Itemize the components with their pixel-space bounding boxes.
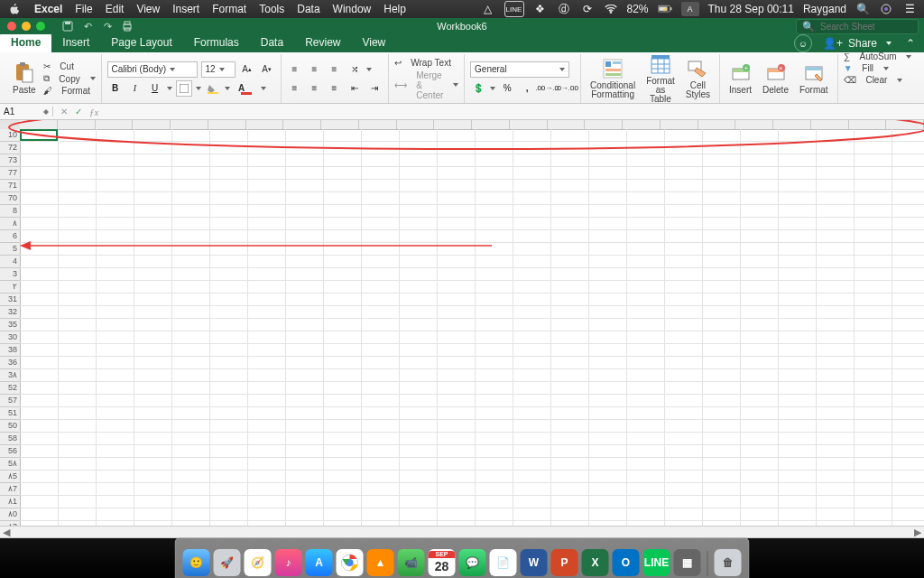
font-name-dropdown[interactable]: Calibri (Body) xyxy=(107,61,198,78)
dock-line[interactable]: LINE xyxy=(643,549,670,576)
dock-powerpoint[interactable]: P xyxy=(551,549,578,576)
sort-filter-button[interactable]: AZSort & Filter xyxy=(919,51,924,106)
lang-icon[interactable]: A xyxy=(681,2,699,16)
wifi-icon[interactable] xyxy=(604,2,618,16)
menu-edit[interactable]: Edit xyxy=(106,3,125,15)
dock-chrome[interactable] xyxy=(337,549,364,576)
menu-format[interactable]: Format xyxy=(212,3,246,15)
underline-button[interactable]: U xyxy=(147,80,163,97)
name-box[interactable]: A1 xyxy=(0,107,53,117)
border-button[interactable] xyxy=(176,80,192,97)
menu-data[interactable]: Data xyxy=(297,3,319,15)
window-zoom[interactable] xyxy=(36,22,45,31)
cell-styles-button[interactable]: Cell Styles xyxy=(682,56,714,101)
menu-window[interactable]: Window xyxy=(333,3,372,15)
insert-cells-button[interactable]: +Insert xyxy=(725,61,755,97)
tab-data[interactable]: Data xyxy=(250,33,294,52)
dock-calendar[interactable]: SEP28 xyxy=(429,549,456,576)
align-bottom-button[interactable]: ≡ xyxy=(327,61,343,78)
increase-decimal-button[interactable]: .00→.0 xyxy=(539,80,555,97)
menu-insert[interactable]: Insert xyxy=(172,3,199,15)
search-sheet-box[interactable]: 🔍 xyxy=(796,19,919,34)
paste-button[interactable]: Paste xyxy=(9,61,40,97)
dock-outlook[interactable]: O xyxy=(613,549,640,576)
tab-home[interactable]: Home xyxy=(0,33,51,52)
menu-view[interactable]: View xyxy=(136,3,160,15)
menu-help[interactable]: Help xyxy=(383,3,406,15)
dock-safari[interactable]: 🧭 xyxy=(245,549,272,576)
orientation-button[interactable]: ⤭ xyxy=(346,61,363,78)
align-middle-button[interactable]: ≡ xyxy=(307,61,323,78)
dock-appstore[interactable]: A xyxy=(306,549,333,576)
copy-button[interactable]: ⧉ Copy xyxy=(43,73,96,84)
align-center-button[interactable]: ≡ xyxy=(307,80,323,97)
cloud-icon[interactable]: △ xyxy=(481,2,495,16)
format-painter-button[interactable]: 🖌 Format xyxy=(43,86,96,96)
horizontal-scrollbar[interactable]: ◀ ▶ xyxy=(0,526,924,537)
row-headers[interactable]: 1072737771708٨6543٢3132353038363٨5257515… xyxy=(0,129,21,526)
qat-save-icon[interactable] xyxy=(61,20,74,33)
battery-icon[interactable]: ⚡ xyxy=(658,2,672,16)
app-name[interactable]: Excel xyxy=(34,3,62,15)
share-button[interactable]: Share xyxy=(848,37,877,50)
cancel-formula-icon[interactable]: ✕ xyxy=(60,107,68,117)
apple-icon[interactable] xyxy=(7,2,22,16)
autosum-button[interactable]: ∑ AutoSum xyxy=(844,51,912,61)
siri-icon[interactable] xyxy=(879,2,893,16)
comma-button[interactable]: , xyxy=(519,80,535,97)
tab-page-layout[interactable]: Page Layout xyxy=(100,33,182,52)
tab-formulas[interactable]: Formulas xyxy=(183,33,250,52)
tab-view[interactable]: View xyxy=(351,33,396,52)
wrap-text-button[interactable]: ↩︎ Wrap Text xyxy=(394,58,459,68)
italic-button[interactable]: I xyxy=(127,80,143,97)
qat-undo-icon[interactable]: ↶ xyxy=(81,20,94,33)
share-caret-icon[interactable] xyxy=(886,42,892,45)
line-status-icon[interactable]: LINE xyxy=(504,1,524,17)
menu-file[interactable]: File xyxy=(75,3,92,15)
indent-decrease-button[interactable]: ⇤ xyxy=(346,80,363,97)
notification-center-icon[interactable]: ☰ xyxy=(902,2,917,16)
cells-area[interactable] xyxy=(20,129,924,526)
spotlight-icon[interactable]: 🔍 xyxy=(855,2,870,16)
dock-itunes[interactable]: ♪ xyxy=(275,549,302,576)
currency-button[interactable]: 💲 xyxy=(470,80,486,97)
dock-vlc[interactable]: ▲ xyxy=(367,549,394,576)
dock-finder[interactable]: 🙂 xyxy=(183,549,210,576)
indent-increase-button[interactable]: ⇥ xyxy=(366,80,383,97)
formula-input[interactable] xyxy=(106,107,924,117)
font-size-dropdown[interactable]: 12 xyxy=(201,61,236,78)
grow-font-button[interactable]: A▴ xyxy=(239,61,255,78)
decrease-decimal-button[interactable]: .0→.00 xyxy=(559,80,575,97)
qat-print-icon[interactable] xyxy=(121,20,134,33)
fill-button[interactable]: ▼ Fill xyxy=(844,63,912,73)
collapse-ribbon-icon[interactable]: ⌃ xyxy=(906,37,915,50)
fx-icon[interactable]: ƒx xyxy=(89,107,98,117)
underline-caret[interactable] xyxy=(167,87,172,90)
dock-facetime[interactable]: 📹 xyxy=(398,549,425,576)
dock-launchpad[interactable]: 🚀 xyxy=(214,549,241,576)
window-minimize[interactable] xyxy=(22,22,31,31)
bold-button[interactable]: B xyxy=(107,80,124,97)
tab-review[interactable]: Review xyxy=(294,33,351,52)
menu-tools[interactable]: Tools xyxy=(259,3,284,15)
dock-messages[interactable]: 💬 xyxy=(459,549,486,576)
tab-insert[interactable]: Insert xyxy=(51,33,100,52)
clock-d-icon[interactable]: ⓓ xyxy=(557,2,571,16)
format-cells-button[interactable]: Format xyxy=(796,61,832,97)
dock-word[interactable]: W xyxy=(521,549,548,576)
feedback-icon[interactable]: ☺ xyxy=(794,34,812,52)
percent-button[interactable]: % xyxy=(499,80,515,97)
fill-caret[interactable] xyxy=(225,87,230,90)
dropbox-icon[interactable]: ❖ xyxy=(533,2,548,16)
dock-screenshot[interactable]: ▦ xyxy=(674,549,701,576)
align-top-button[interactable]: ≡ xyxy=(287,61,303,78)
dock-notes[interactable]: 📄 xyxy=(490,549,517,576)
fill-color-button[interactable] xyxy=(205,80,221,97)
scroll-left-icon[interactable]: ◀ xyxy=(0,527,13,538)
border-caret[interactable] xyxy=(196,87,201,90)
window-close[interactable] xyxy=(7,22,16,31)
shrink-font-button[interactable]: A▾ xyxy=(259,61,275,78)
accept-formula-icon[interactable]: ✓ xyxy=(75,107,82,117)
clear-button[interactable]: ⌫ Clear xyxy=(844,75,912,85)
dock-excel[interactable]: X xyxy=(582,549,609,576)
